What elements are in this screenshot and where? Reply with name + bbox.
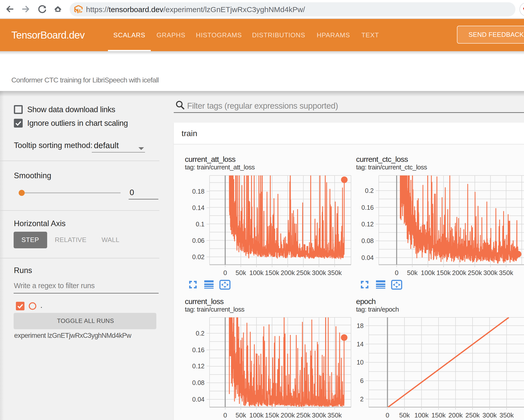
svg-text:0: 0 (223, 269, 227, 277)
svg-text:50k: 50k (236, 411, 246, 419)
svg-text:250k: 250k (465, 411, 480, 419)
svg-text:100k: 100k (249, 411, 264, 419)
svg-text:0.02: 0.02 (192, 253, 205, 260)
svg-text:10: 10 (357, 359, 364, 366)
svg-text:0.2: 0.2 (196, 330, 205, 337)
svg-text:50k: 50k (399, 411, 410, 419)
svg-text:250k: 250k (468, 269, 482, 277)
svg-text:0.2: 0.2 (365, 187, 374, 194)
svg-text:300k: 300k (482, 411, 497, 419)
svg-text:0.08: 0.08 (361, 237, 374, 244)
svg-text:300k: 300k (312, 411, 326, 419)
svg-text:14: 14 (357, 341, 364, 348)
svg-text:200k: 200k (452, 269, 467, 277)
svg-text:6: 6 (360, 377, 364, 384)
svg-text:0: 0 (395, 269, 398, 277)
svg-text:100k: 100k (421, 269, 435, 277)
svg-text:0.06: 0.06 (192, 237, 205, 244)
svg-text:0.14: 0.14 (192, 204, 205, 211)
svg-text:50k: 50k (236, 269, 246, 277)
svg-text:0.12: 0.12 (192, 363, 205, 370)
svg-text:0.04: 0.04 (192, 396, 205, 403)
svg-text:250k: 250k (296, 411, 311, 419)
svg-text:50k: 50k (407, 269, 418, 277)
svg-text:0.12: 0.12 (361, 221, 374, 228)
svg-text:0.08: 0.08 (192, 379, 205, 386)
svg-text:150k: 150k (265, 411, 279, 419)
svg-text:150k: 150k (436, 269, 451, 277)
svg-text:300k: 300k (483, 269, 498, 277)
svg-text:200k: 200k (448, 411, 463, 419)
svg-text:150k: 150k (265, 269, 279, 277)
svg-text:100k: 100k (249, 269, 264, 277)
svg-text:0.16: 0.16 (361, 204, 374, 211)
svg-text:200k: 200k (281, 269, 295, 277)
svg-text:0.04: 0.04 (361, 254, 374, 261)
svg-text:150k: 150k (431, 411, 446, 419)
svg-text:350k: 350k (328, 269, 342, 277)
svg-text:0: 0 (223, 411, 227, 419)
svg-text:100k: 100k (414, 411, 429, 419)
svg-text:18: 18 (357, 322, 364, 329)
svg-text:0.1: 0.1 (196, 221, 205, 228)
svg-text:2: 2 (360, 396, 364, 403)
svg-text:350k: 350k (499, 269, 513, 277)
svg-text:300k: 300k (312, 269, 326, 277)
svg-text:200k: 200k (281, 411, 295, 419)
svg-text:250k: 250k (296, 269, 311, 277)
svg-text:0: 0 (386, 411, 389, 419)
svg-text:0.18: 0.18 (192, 188, 205, 195)
svg-text:350k: 350k (500, 411, 514, 419)
svg-text:0.16: 0.16 (192, 346, 205, 353)
